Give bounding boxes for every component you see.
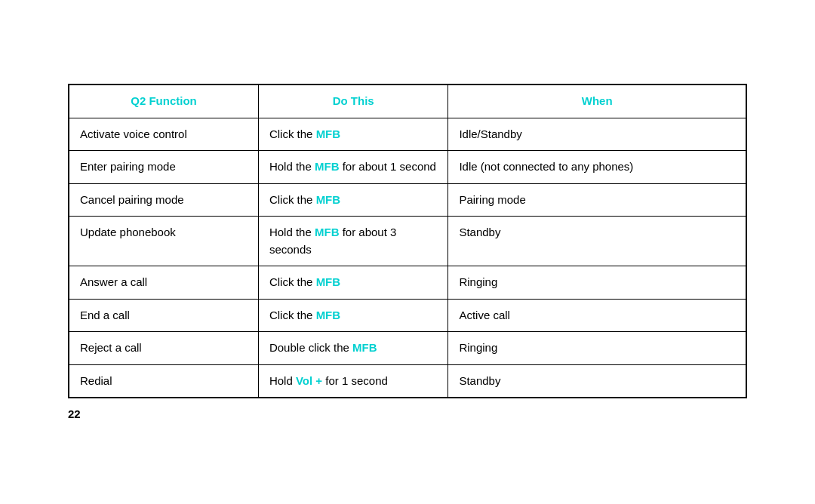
cell-function: Activate voice control bbox=[69, 118, 258, 151]
cell-dothis: Click the MFB bbox=[258, 299, 447, 332]
table-header-row: Q2 Function Do This When bbox=[69, 85, 746, 118]
cell-function: Reject a call bbox=[69, 332, 258, 365]
cell-dothis: Double click the MFB bbox=[258, 332, 447, 365]
header-when: When bbox=[448, 85, 746, 118]
cell-function: Enter pairing mode bbox=[69, 151, 258, 184]
page-number: 22 bbox=[68, 407, 747, 420]
cell-dothis: Click the MFB bbox=[258, 183, 447, 217]
table-row: End a callClick the MFBActive call bbox=[69, 299, 746, 332]
cell-function: Update phonebook bbox=[69, 217, 258, 266]
table-row: Cancel pairing modeClick the MFBPairing … bbox=[69, 183, 746, 217]
table-row: Reject a callDouble click the MFBRinging bbox=[69, 332, 746, 365]
cell-when: Standby bbox=[448, 364, 746, 398]
table-row: RedialHold Vol + for 1 secondStandby bbox=[69, 364, 746, 398]
cell-when: Active call bbox=[448, 299, 746, 332]
cell-function: Cancel pairing mode bbox=[69, 183, 258, 217]
table-row: Enter pairing modeHold the MFB for about… bbox=[69, 151, 746, 184]
cell-dothis: Hold the MFB for about 3 seconds bbox=[258, 217, 447, 266]
cell-dothis: Click the MFB bbox=[258, 266, 447, 300]
cell-when: Ringing bbox=[448, 332, 746, 365]
cell-dothis: Hold the MFB for about 1 second bbox=[258, 151, 447, 184]
cell-dothis: Hold Vol + for 1 second bbox=[258, 364, 447, 398]
table-row: Update phonebookHold the MFB for about 3… bbox=[69, 217, 746, 266]
table-row: Activate voice controlClick the MFBIdle/… bbox=[69, 118, 746, 151]
cell-function: Redial bbox=[69, 364, 258, 398]
cell-when: Pairing mode bbox=[448, 183, 746, 217]
header-dothis: Do This bbox=[258, 85, 447, 118]
cell-function: End a call bbox=[69, 299, 258, 332]
cell-dothis: Click the MFB bbox=[258, 118, 447, 151]
cell-when: Standby bbox=[448, 217, 746, 266]
header-q2function: Q2 Function bbox=[69, 85, 258, 118]
table-row: Answer a callClick the MFBRinging bbox=[69, 266, 746, 300]
cell-when: Idle/Standby bbox=[448, 118, 746, 151]
page-container: Q2 Function Do This When Activate voice … bbox=[38, 69, 777, 435]
cell-when: Idle (not connected to any phones) bbox=[448, 151, 746, 184]
cell-function: Answer a call bbox=[69, 266, 258, 300]
cell-when: Ringing bbox=[448, 266, 746, 300]
function-table: Q2 Function Do This When Activate voice … bbox=[68, 84, 747, 398]
